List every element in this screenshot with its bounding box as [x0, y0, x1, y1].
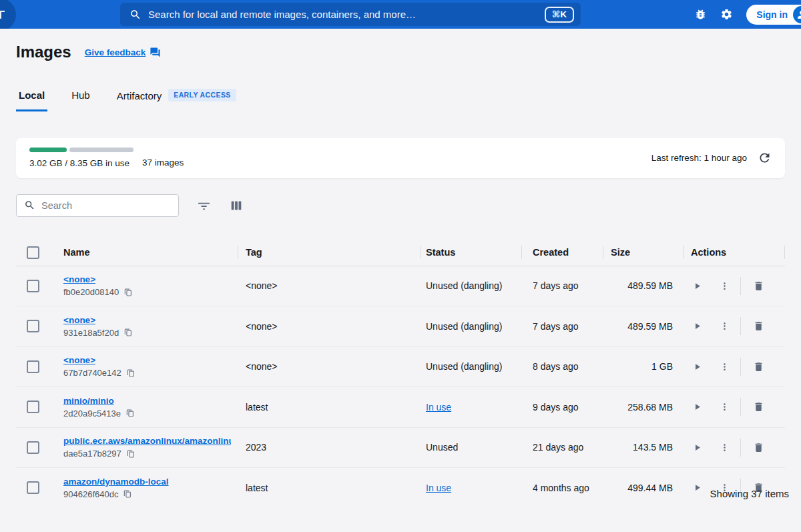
column-header-tag[interactable]: Tag — [238, 247, 421, 258]
delete-image-button[interactable] — [749, 438, 768, 457]
image-name-link[interactable]: <none> — [63, 274, 231, 284]
table-header-row: Name Tag Status Created Size Actions — [16, 240, 785, 266]
row-checkbox[interactable] — [27, 481, 39, 494]
global-search[interactable]: ⌘K — [120, 3, 581, 26]
column-header-size[interactable]: Size — [603, 247, 683, 258]
image-created: 7 days ago — [521, 280, 603, 291]
play-icon — [692, 443, 702, 453]
kebab-menu-icon — [720, 362, 730, 372]
early-access-badge: EARLY ACCESS — [168, 89, 236, 101]
image-size: 143.5 MB — [603, 442, 683, 453]
column-header-name[interactable]: Name — [63, 247, 238, 258]
play-icon — [692, 281, 702, 291]
row-more-button[interactable] — [716, 358, 734, 376]
copy-icon — [123, 489, 132, 499]
filter-button[interactable] — [196, 198, 212, 213]
copy-digest-button[interactable] — [123, 288, 133, 297]
troubleshoot-button[interactable] — [694, 8, 707, 21]
copy-icon — [126, 368, 136, 378]
delete-image-button[interactable] — [749, 357, 768, 376]
actions-divider — [740, 439, 741, 457]
storage-progress-fill — [29, 148, 67, 152]
image-status-text[interactable]: In use — [426, 402, 451, 413]
storage-progress-track — [69, 148, 134, 152]
image-size: 1 GB — [603, 361, 683, 372]
image-name-link[interactable]: amazon/dynamodb-local — [63, 477, 231, 487]
trash-icon — [753, 280, 764, 292]
image-size: 258.68 MB — [603, 402, 683, 413]
copy-digest-button[interactable] — [123, 489, 132, 499]
images-count: 37 images — [142, 158, 184, 168]
row-actions — [683, 397, 785, 417]
delete-image-button[interactable] — [749, 316, 768, 336]
delete-image-button[interactable] — [749, 397, 768, 417]
row-checkbox[interactable] — [27, 401, 39, 413]
tab-artifactory[interactable]: Artifactory EARLY ACCESS — [114, 89, 239, 113]
run-image-button[interactable] — [688, 317, 706, 335]
tab-hub-label: Hub — [71, 89, 90, 101]
tab-local[interactable]: Local — [16, 89, 47, 111]
table-search[interactable] — [16, 194, 179, 217]
image-digest: 904626f640dc — [63, 489, 118, 499]
last-refresh-text: Last refresh: 1 hour ago — [651, 153, 747, 163]
actions-divider — [740, 277, 741, 295]
image-tag: 2023 — [238, 442, 421, 453]
row-more-button[interactable] — [716, 317, 734, 335]
run-image-button[interactable] — [688, 358, 706, 376]
table-row: <none> fb0e20d08140 <none> Unused (dangl… — [16, 266, 785, 307]
run-image-button[interactable] — [688, 479, 706, 497]
sign-in-button[interactable]: Sign in — [746, 5, 801, 25]
trash-icon — [753, 401, 764, 413]
settings-button[interactable] — [720, 8, 733, 21]
row-checkbox[interactable] — [27, 360, 39, 373]
image-size: 489.59 MB — [603, 321, 683, 332]
copy-digest-button[interactable] — [126, 449, 136, 459]
row-more-button[interactable] — [716, 277, 734, 295]
table-search-input[interactable] — [41, 200, 171, 211]
image-name-link[interactable]: <none> — [63, 315, 231, 325]
column-header-status[interactable]: Status — [421, 247, 521, 258]
gear-icon — [720, 8, 733, 21]
run-image-button[interactable] — [688, 439, 706, 457]
search-icon — [24, 200, 35, 211]
columns-button[interactable] — [229, 198, 244, 213]
actions-divider — [740, 398, 741, 416]
row-more-button[interactable] — [716, 398, 734, 416]
delete-image-button[interactable] — [749, 276, 768, 296]
trash-icon — [753, 361, 764, 372]
image-status-text: Unused (dangling) — [426, 280, 502, 291]
image-status: Unused (dangling) — [421, 361, 521, 372]
row-checkbox[interactable] — [27, 320, 39, 332]
filter-icon — [196, 198, 212, 213]
column-header-created[interactable]: Created — [521, 247, 603, 258]
table-row: <none> 67b7d740e142 <none> Unused (dangl… — [16, 347, 785, 388]
copy-icon — [123, 288, 133, 297]
copy-digest-button[interactable] — [125, 409, 135, 418]
tab-hub[interactable]: Hub — [69, 89, 93, 111]
give-feedback-link[interactable]: Give feedback — [85, 47, 162, 58]
copy-digest-button[interactable] — [126, 368, 136, 378]
row-actions — [683, 357, 785, 376]
row-checkbox[interactable] — [27, 280, 39, 292]
topbar: ⌘K Sign in — [0, 0, 801, 29]
image-name-link[interactable]: minio/minio — [63, 396, 231, 406]
image-status: Unused (dangling) — [421, 321, 521, 332]
run-image-button[interactable] — [688, 277, 706, 295]
table-row: minio/minio 2d20a9c5413e latest In use 9 — [16, 387, 785, 428]
row-more-button[interactable] — [716, 439, 734, 457]
image-name-link[interactable]: <none> — [63, 355, 231, 365]
run-image-button[interactable] — [688, 398, 706, 416]
row-checkbox[interactable] — [27, 441, 39, 454]
table-body: <none> fb0e20d08140 <none> Unused (dangl… — [16, 266, 785, 505]
copy-digest-button[interactable] — [123, 328, 133, 337]
image-digest: 931e18a5f20d — [63, 328, 119, 338]
refresh-button[interactable] — [758, 151, 772, 165]
image-status-text[interactable]: In use — [426, 483, 451, 493]
image-digest: dae5a17b8297 — [63, 449, 121, 459]
image-name-link[interactable]: public.ecr.aws/amazonlinux/amazonlinux — [63, 436, 231, 446]
table-toolbar — [16, 194, 785, 217]
select-all-checkbox[interactable] — [27, 246, 39, 259]
image-created: 4 months ago — [521, 483, 603, 493]
image-size: 499.44 MB — [603, 483, 683, 493]
global-search-input[interactable] — [148, 9, 538, 20]
